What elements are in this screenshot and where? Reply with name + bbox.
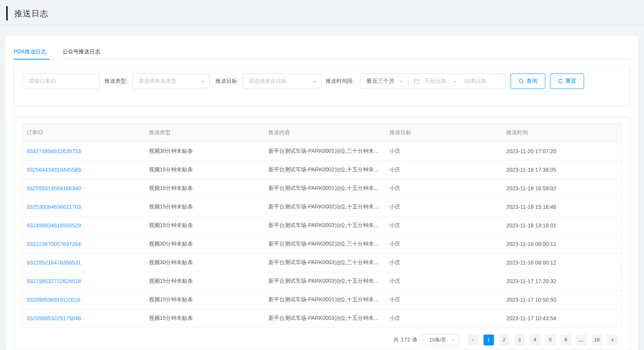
end-date-placeholder[interactable]: 结束日期: [465, 78, 486, 85]
push-type-cell-cell-wrap: 视频15分钟未贴条: [145, 272, 265, 290]
pagination: 共 172 条 10条/页 123456...18: [22, 334, 622, 345]
push-type-cell: 视频15分钟未贴条: [149, 278, 193, 284]
push-content-cell: 新平台测试车场-PARK0002泊位,十五分钟未...: [268, 166, 378, 172]
push-time-cell: 2023-11-17 10:43:54: [506, 315, 556, 321]
push-target-label: 推送目标:: [215, 78, 239, 85]
order-id-link-cell-wrap: 932198032722624518: [23, 272, 145, 290]
push-type-cell: 视频15分钟未贴条: [149, 296, 193, 302]
push-target-cell: 小庄: [389, 315, 400, 321]
reset-button-label: 重置: [565, 78, 576, 85]
push-type-cell-cell-wrap: 视频15分钟未贴条: [145, 216, 265, 235]
order-id-link[interactable]: 932223670057697284: [27, 241, 81, 247]
table-header-row: 订单ID 推送类型 推送内容 推送目标 推送时间: [23, 124, 621, 142]
pagination-page-2[interactable]: 2: [499, 335, 509, 345]
pagination-page-4[interactable]: 4: [530, 335, 540, 345]
push-time-cell: 2023-11-18 17:39:05: [506, 167, 556, 173]
order-id-link-cell-wrap: 932098953225175048: [23, 309, 145, 328]
order-id-link-cell-wrap: 932530084638621703: [23, 198, 145, 216]
pagination-more-button[interactable]: ...: [576, 335, 587, 345]
push-target-cell-cell-wrap: 小庄: [386, 253, 502, 272]
start-date-placeholder[interactable]: 开始日期: [424, 78, 446, 85]
order-id-link[interactable]: 932555519569166340: [27, 185, 81, 191]
title-accent-bar: [6, 6, 8, 20]
push-type-cell: 视频30分钟未贴条: [149, 241, 193, 247]
push-type-cell: 视频30分钟未贴条: [149, 148, 193, 154]
page-size-select[interactable]: 10条/页: [422, 334, 459, 345]
push-target-cell-cell-wrap: 小庄: [386, 160, 502, 179]
pagination-page-5[interactable]: 5: [545, 335, 556, 345]
reset-button[interactable]: 重置: [550, 73, 584, 89]
push-time-label: 推送时间段:: [326, 78, 354, 85]
push-type-cell: 视频15分钟未贴条: [149, 203, 193, 210]
push-target-cell-cell-wrap: 小庄: [386, 309, 502, 328]
push-type-cell: 视频15分钟未贴条: [149, 166, 193, 172]
order-id-link-cell-wrap: 932099598913110016: [23, 290, 145, 309]
push-content-cell-cell-wrap: 新平台测试车场-PARK0002泊位,十五分钟未...: [265, 198, 386, 216]
pagination-next-button[interactable]: [607, 335, 618, 345]
push-content-cell-cell-wrap: 新平台测试车场-PARK0003泊位,三十分钟未...: [265, 253, 386, 272]
page-title: 推送日志: [14, 8, 48, 19]
push-type-cell: 视频30分钟未贴条: [149, 259, 193, 265]
push-target-cell: 小庄: [389, 185, 400, 191]
col-header-push-type: 推送类型: [145, 124, 265, 142]
order-id-link[interactable]: 932498934616555529: [27, 222, 81, 229]
pagination-page-18[interactable]: 18: [592, 335, 602, 345]
push-content-cell: 新平台测试车场-PARK0002泊位,十五分钟未...: [268, 203, 378, 210]
push-content-cell-cell-wrap: 新平台测试车场-PARK0003泊位,十五分钟未...: [265, 216, 386, 235]
push-content-cell: 新平台测试车场-PARK0002泊位,三十分钟未...: [268, 241, 378, 247]
push-time-cell-cell-wrap: 2023-11-18 15:18:46: [502, 198, 621, 216]
order-id-link-cell-wrap: 932285218478358531: [23, 253, 145, 272]
push-time-cell: 2023-11-17 17:20:32: [506, 278, 556, 284]
order-id-link[interactable]: 932198032722624518: [27, 278, 81, 284]
chevron-down-icon: [398, 79, 404, 84]
pagination-prev-button[interactable]: [468, 335, 478, 345]
table-row: 932530084638621703视频15分钟未贴条新平台测试车场-PARK0…: [23, 198, 621, 216]
push-type-select[interactable]: 请选择推送类型: [132, 73, 210, 89]
push-target-cell: 小庄: [389, 203, 400, 210]
order-id-link-cell-wrap: 932498934616555529: [23, 216, 145, 235]
push-time-cell-cell-wrap: 2023-11-18 08:00:12: [502, 253, 621, 272]
order-id-link[interactable]: 932530084638621703: [27, 204, 81, 210]
push-time-cell-cell-wrap: 2023-11-17 17:20:32: [502, 272, 621, 290]
push-target-cell-cell-wrap: 小庄: [386, 179, 502, 198]
col-header-order-id: 订单ID: [23, 124, 145, 142]
push-content-cell-cell-wrap: 新平台测试车场-PARK0002泊位,十五分钟未...: [265, 160, 386, 179]
col-header-push-time: 推送时间: [502, 124, 621, 142]
push-time-cell: 2023-11-18 08:00:12: [506, 241, 556, 247]
push-time-cell: 2023-11-18 15:18:46: [506, 204, 556, 210]
order-id-link[interactable]: 932285218478358531: [27, 260, 81, 266]
order-id-link[interactable]: 932564434910445569: [27, 167, 81, 173]
search-button[interactable]: 查询: [511, 73, 545, 89]
push-content-cell: 新平台测试车场-PARK0001泊位,十五分钟未...: [268, 296, 378, 302]
push-type-cell: 视频15分钟未贴条: [149, 315, 193, 321]
push-content-cell-cell-wrap: 新平台测试车场-PARK0003泊位,十五分钟未...: [265, 309, 386, 328]
tab-pda-push-log[interactable]: PDA推送日志: [14, 44, 50, 59]
push-time-cell-cell-wrap: 2023-11-18 16:59:02: [502, 179, 621, 198]
push-time-range[interactable]: 最近三个月 开始日期 - 结束日期: [360, 73, 506, 89]
order-id-input[interactable]: 请输订单ID: [22, 73, 100, 89]
chevron-right-icon: [610, 338, 615, 342]
pagination-page-3[interactable]: 3: [514, 335, 525, 345]
push-type-cell-cell-wrap: 视频15分钟未贴条: [145, 160, 265, 179]
push-content-cell-cell-wrap: 新平台测试车场-PARK0001泊位,十五分钟未...: [265, 290, 386, 309]
order-id-link-cell-wrap: 932564434910445569: [23, 160, 145, 179]
order-id-link[interactable]: 932098953225175048: [27, 315, 81, 321]
push-type-cell-cell-wrap: 视频15分钟未贴条: [145, 290, 265, 309]
pagination-page-1[interactable]: 1: [483, 335, 494, 345]
table-row: 933274894932639753视频30分钟未贴条新平台测试车场-PARK0…: [23, 142, 621, 160]
push-target-cell-cell-wrap: 小庄: [386, 216, 502, 235]
push-content-cell: 新平台测试车场-PARK0001泊位,十五分钟未...: [268, 185, 378, 191]
push-type-cell-cell-wrap: 视频15分钟未贴条: [145, 198, 265, 216]
push-target-cell-cell-wrap: 小庄: [386, 272, 502, 290]
pagination-page-6[interactable]: 6: [561, 335, 571, 345]
range-separator: -: [454, 78, 456, 84]
push-type-placeholder: 请选择推送类型: [138, 78, 176, 85]
time-preset-value[interactable]: 最近三个月: [367, 78, 395, 85]
table-row: 932098953225175048视频15分钟未贴条新平台测试车场-PARK0…: [23, 309, 621, 328]
col-header-push-content: 推送内容: [265, 124, 386, 142]
tab-wechat-push-log[interactable]: 公众号推送日志: [62, 44, 100, 59]
push-type-cell-cell-wrap: 视频30分钟未贴条: [145, 142, 265, 160]
order-id-link[interactable]: 933274894932639753: [27, 148, 81, 154]
order-id-link[interactable]: 932099598913110016: [27, 297, 80, 303]
push-target-select[interactable]: 请选择推送目标: [243, 73, 321, 89]
